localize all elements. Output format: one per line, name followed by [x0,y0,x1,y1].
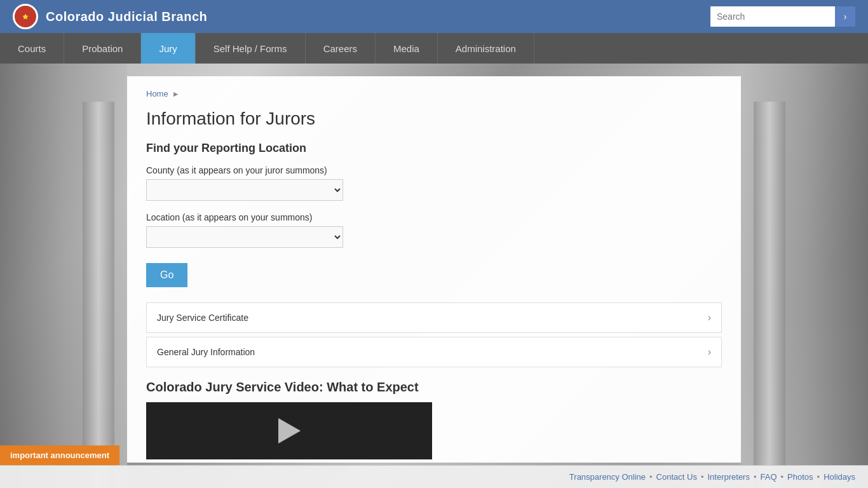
breadcrumb-home[interactable]: Home [146,89,168,98]
location-select[interactable] [146,226,343,248]
nav-item-media[interactable]: Media [376,33,438,64]
footer-bar: Transparency Online • Contact Us • Inter… [0,465,868,488]
announcement-banner[interactable]: important announcement [0,445,119,465]
nav-item-courts[interactable]: Courts [0,33,64,64]
search-input[interactable] [710,6,835,27]
list-item-general-jury-info[interactable]: General Jury Information › [146,337,722,367]
go-button[interactable]: Go [146,263,187,287]
list-item-label: Jury Service Certificate [157,313,248,323]
logo-area: ⭐ Colorado Judicial Branch [13,4,207,29]
site-header: ⭐ Colorado Judicial Branch › [0,0,868,33]
county-label: County (as it appears on your juror summ… [146,165,722,175]
find-section-title: Find your Reporting Location [146,142,722,155]
county-form-group: County (as it appears on your juror summ… [146,165,722,201]
location-form-group: Location (as it appears on your summons) [146,212,722,248]
footer-link-faq[interactable]: FAQ [761,472,777,482]
left-column-detail [83,102,114,488]
nav-item-administration[interactable]: Administration [438,33,534,64]
right-column-detail [754,102,785,488]
main-nav: Courts Probation Jury Self Help / Forms … [0,33,868,64]
location-label: Location (as it appears on your summons) [146,212,722,222]
page-title: Information for Jurors [146,109,722,129]
footer-link-interpreters[interactable]: Interpreters [707,472,749,482]
county-select[interactable] [146,179,343,201]
nav-item-careers[interactable]: Careers [306,33,376,64]
footer-link-photos[interactable]: Photos [787,472,813,482]
content-box: Home ► Information for Jurors Find your … [127,76,741,463]
site-title: Colorado Judicial Branch [46,10,207,24]
logo-icon: ⭐ [13,4,38,29]
footer-link-transparency[interactable]: Transparency Online [569,472,646,482]
breadcrumb: Home ► [146,89,722,98]
search-button[interactable]: › [835,6,855,27]
video-section-title: Colorado Jury Service Video: What to Exp… [146,380,722,395]
nav-item-jury[interactable]: Jury [141,33,195,64]
nav-item-selfhelp[interactable]: Self Help / Forms [196,33,306,64]
breadcrumb-separator: ► [172,90,180,98]
list-item-jury-service-certificate[interactable]: Jury Service Certificate › [146,302,722,333]
list-item-arrow-1: › [708,312,711,323]
main-layout: Home ► Information for Jurors Find your … [0,64,868,488]
video-placeholder[interactable] [146,402,432,459]
nav-item-probation[interactable]: Probation [64,33,141,64]
list-item-arrow-2: › [708,346,711,358]
search-bar: › [710,6,855,27]
list-item-label: General Jury Information [157,347,255,357]
video-play-icon [278,418,301,444]
footer-link-contact[interactable]: Contact Us [656,472,697,482]
footer-link-holidays[interactable]: Holidays [824,472,855,482]
